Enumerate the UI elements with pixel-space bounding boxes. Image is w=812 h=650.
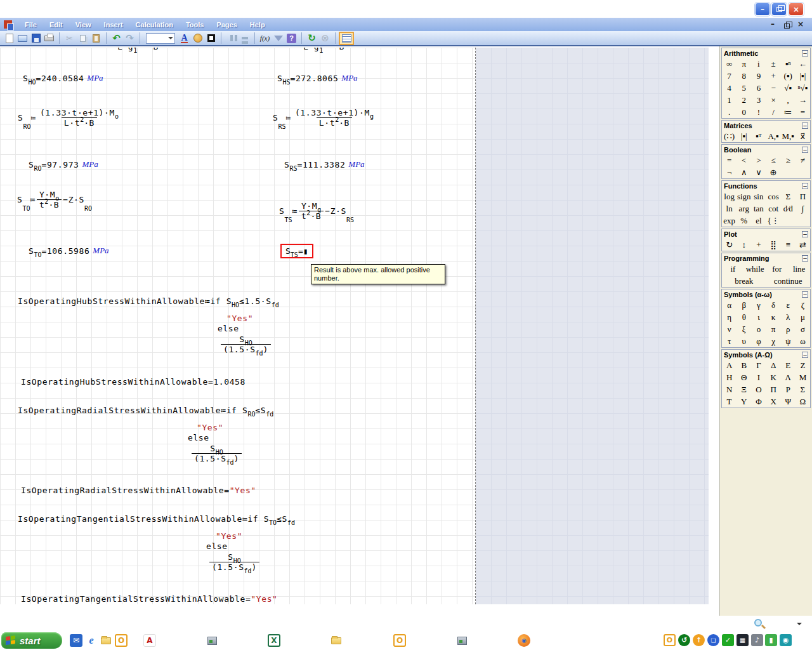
- palette-button[interactable]: ▪ⁿ: [781, 59, 796, 69]
- insert-function-icon[interactable]: f(x): [258, 32, 272, 44]
- palette-button[interactable]: ∫: [796, 204, 810, 214]
- outlook-tray-icon[interactable]: O: [664, 634, 676, 646]
- palette-button[interactable]: Ζ: [796, 361, 810, 371]
- palette-button[interactable]: break: [722, 276, 766, 286]
- resources-help-icon[interactable]: ?: [285, 32, 298, 44]
- menu-item[interactable]: Insert: [98, 19, 129, 30]
- font-color-icon[interactable]: A: [178, 32, 191, 44]
- palette-button[interactable]: →: [796, 95, 810, 105]
- palette-button[interactable]: Ξ: [737, 385, 751, 395]
- palette-button[interactable]: while: [744, 264, 766, 274]
- toggle-palettes-icon[interactable]: [339, 32, 354, 45]
- math-result-sto[interactable]: STO=106.5986MPa: [29, 246, 109, 256]
- palette-button[interactable]: arg: [737, 204, 751, 214]
- acrobat-icon[interactable]: A: [143, 634, 156, 647]
- palette-button[interactable]: el: [751, 216, 766, 226]
- palette-button[interactable]: θ: [737, 312, 751, 322]
- math-ifblock-hub[interactable]: IsOperatingHubStressWithinAllowable≔if S…: [18, 296, 322, 363]
- palette-button[interactable]: Δ: [766, 361, 780, 371]
- palette-button[interactable]: ⇄: [796, 240, 810, 250]
- palette-button[interactable]: d⁄d: [781, 204, 796, 214]
- palette-button[interactable]: η: [722, 312, 737, 322]
- palette-button[interactable]: Σ: [781, 192, 796, 202]
- palette-header[interactable]: Matrices−: [722, 121, 810, 130]
- volume-icon[interactable]: ♪: [751, 634, 763, 646]
- palette-button[interactable]: Χ: [766, 397, 780, 407]
- menu-item[interactable]: View: [69, 19, 98, 30]
- palette-button[interactable]: ←: [796, 59, 810, 69]
- palette-button[interactable]: /: [766, 107, 780, 117]
- palette-button[interactable]: ≔: [781, 107, 796, 117]
- palette-button[interactable]: ω: [796, 336, 810, 347]
- new-icon[interactable]: [3, 32, 16, 44]
- palette-button[interactable]: Ω: [796, 397, 810, 407]
- palette-button[interactable]: 1: [722, 95, 737, 105]
- palette-button[interactable]: ⊕: [766, 168, 780, 178]
- math-result-sho[interactable]: SHO=240.0584MPa: [23, 73, 103, 83]
- outlook-icon[interactable]: O: [115, 634, 128, 647]
- palette-button[interactable]: Ψ: [781, 397, 796, 407]
- child-close-button[interactable]: ×: [794, 20, 807, 29]
- math-def-sto[interactable]: STO≔Y·Mot2·B−Z·SRO: [17, 190, 92, 209]
- palette-minimize-icon[interactable]: −: [802, 147, 808, 153]
- undo-icon[interactable]: ↶: [110, 32, 123, 44]
- eye-icon[interactable]: ◉: [780, 634, 792, 646]
- menu-item[interactable]: Tools: [180, 19, 211, 30]
- palette-header[interactable]: Functions−: [722, 181, 810, 190]
- palette-button[interactable]: ≡: [781, 240, 796, 250]
- window-tray-icon[interactable]: ❏: [707, 634, 719, 646]
- palette-minimize-icon[interactable]: −: [802, 183, 808, 189]
- math-result-srs[interactable]: SRS=111.3382MPa: [284, 159, 365, 169]
- palette-button[interactable]: i: [751, 59, 766, 69]
- palette-button[interactable]: π: [737, 59, 751, 69]
- worksheet[interactable]: L·g1 ·B L·g1 ·B SHO=240.0584MPa SHS=272.…: [0, 48, 719, 604]
- palette-button[interactable]: .: [722, 107, 737, 117]
- palette-button[interactable]: x⃗: [796, 131, 810, 142]
- palette-button[interactable]: ρ: [781, 324, 796, 335]
- calculate-icon[interactable]: ↻: [305, 32, 318, 44]
- palette-button[interactable]: ∨: [751, 168, 766, 178]
- palette-button[interactable]: 0: [737, 107, 751, 117]
- palette-button[interactable]: |▪|: [796, 71, 810, 81]
- palette-button[interactable]: Ο: [751, 385, 766, 395]
- math-def-sro[interactable]: SRO≔(1.33·t·e+1)·MoL·t2·B: [18, 108, 122, 128]
- palette-button[interactable]: ≥: [781, 156, 796, 166]
- palette-minimize-icon[interactable]: −: [802, 352, 808, 358]
- palette-button[interactable]: Η: [722, 373, 737, 383]
- palette-button[interactable]: =: [796, 107, 810, 117]
- palette-button[interactable]: Ε: [781, 361, 796, 371]
- math-partial-left[interactable]: L·g1 ·B: [117, 48, 159, 51]
- math-def-srs[interactable]: SRS≔(1.33·t·e+1)·MgL·t2·B: [273, 108, 377, 128]
- cut-icon[interactable]: ✂: [63, 32, 76, 44]
- open-icon[interactable]: [16, 32, 29, 44]
- palette-button[interactable]: ≠: [796, 156, 810, 166]
- palette-button[interactable]: {⋮: [766, 216, 780, 226]
- gray-app-icon[interactable]: [206, 634, 218, 647]
- menu-item[interactable]: Pages: [210, 19, 243, 30]
- palette-button[interactable]: ⁿ√▪: [796, 83, 810, 93]
- menu-item[interactable]: Help: [244, 19, 272, 30]
- palette-button[interactable]: ▪ᵀ: [751, 131, 766, 142]
- math-result-shs[interactable]: SHS=272.8065MPa: [277, 73, 358, 83]
- copy-icon[interactable]: [76, 32, 89, 44]
- math-result-sro[interactable]: SRO=97.973MPa: [29, 159, 98, 169]
- palette-button[interactable]: +: [766, 71, 780, 81]
- close-button[interactable]: ×: [789, 3, 804, 16]
- palette-button[interactable]: A,▪: [766, 131, 780, 142]
- palette-button[interactable]: Β: [737, 361, 751, 371]
- palette-button[interactable]: 6: [751, 83, 766, 93]
- palette-button[interactable]: σ: [796, 324, 810, 335]
- palette-button[interactable]: ±: [766, 59, 780, 69]
- palette-header[interactable]: Symbols (α-ω)−: [722, 289, 810, 299]
- palette-button[interactable]: Τ: [722, 397, 737, 407]
- palette-header[interactable]: Arithmetic−: [722, 48, 810, 58]
- palette-button[interactable]: =: [722, 156, 737, 166]
- mail-icon[interactable]: ✉: [70, 634, 82, 647]
- internet-explorer-icon[interactable]: e: [85, 634, 98, 647]
- palette-button[interactable]: log: [722, 192, 737, 202]
- start-button[interactable]: start: [1, 632, 62, 649]
- palette-button[interactable]: Σ: [796, 385, 810, 395]
- excel-icon[interactable]: X: [268, 634, 280, 647]
- palette-button[interactable]: Π: [796, 192, 810, 202]
- palette-button[interactable]: for: [766, 264, 789, 274]
